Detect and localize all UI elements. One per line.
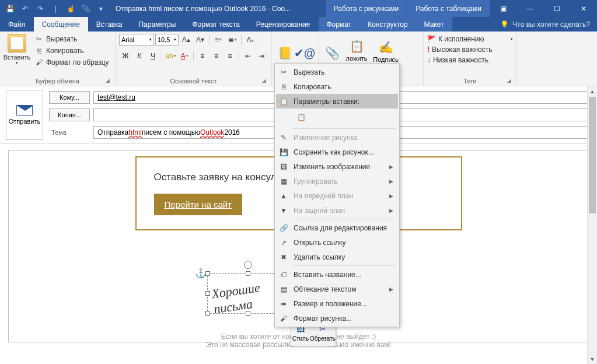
copy-icon: ⎘ — [34, 46, 44, 55]
menu-format-picture[interactable]: 🖌Формат рисунка... — [276, 311, 398, 326]
clipboard-dialog-launcher[interactable]: ◢ — [106, 78, 113, 85]
menu-wrap-text-label: Обтекание текстом — [294, 285, 356, 293]
align-center-icon[interactable]: ≡ — [210, 50, 223, 62]
subject-label: Тема — [49, 129, 90, 136]
paste-option-keep[interactable]: 📋 — [294, 110, 309, 125]
tags-dialog-launcher[interactable]: ◢ — [507, 78, 514, 85]
subject-text: Отправка — [97, 128, 128, 136]
format-painter-label: Формат по образцу — [46, 58, 109, 66]
menu-copy-label: Копировать — [294, 83, 331, 91]
format-painter-button[interactable]: 🖌Формат по образцу — [33, 57, 111, 68]
cc-button[interactable]: Копия... — [49, 108, 90, 121]
high-importance-label: Высокая важность — [432, 46, 492, 54]
tab-constructor[interactable]: Конструктор — [359, 17, 416, 32]
minimize-icon[interactable]: — — [516, 0, 543, 17]
cut-button[interactable]: ✂Вырезать — [33, 34, 111, 44]
indent-left-icon[interactable]: ⇤ — [242, 50, 254, 62]
tell-me-search[interactable]: 💡 Что вы хотите сделать? — [493, 17, 597, 32]
subject-text3: 2016 — [224, 128, 240, 136]
clipboard-group-label: Буфер обмена — [0, 78, 115, 85]
tell-me-label: Что вы хотите сделать? — [512, 20, 590, 29]
subject-misspell2: Outlook — [200, 128, 224, 136]
send-button[interactable]: Отправить — [6, 90, 43, 140]
menu-wrap-text[interactable]: ▤Обтекание текстом▶ — [276, 282, 398, 296]
resize-handle[interactable] — [205, 271, 210, 276]
cta-button[interactable]: Перейти на сайт — [154, 194, 243, 215]
qat-more-icon[interactable]: ▾ — [95, 2, 107, 15]
anchor-icon[interactable]: ⚓ — [195, 268, 207, 279]
paste-icon — [8, 34, 26, 52]
grow-font-icon[interactable]: A▴ — [180, 33, 193, 46]
italic-icon[interactable]: К — [133, 50, 146, 62]
touch-mode-icon[interactable]: ☝ — [64, 2, 77, 15]
menu-change-drawing: ✎Изменение рисунка — [276, 130, 398, 145]
copy-icon: ⎘ — [278, 82, 289, 92]
attach-icon[interactable]: 📎 — [79, 2, 92, 15]
tab-file[interactable]: Файл — [0, 17, 34, 32]
scissors-icon: ✂ — [34, 34, 44, 44]
menu-save-as-picture[interactable]: 💾Сохранить как рисунок... — [276, 145, 398, 159]
redo-icon[interactable]: ↷ — [34, 2, 47, 15]
menu-copy[interactable]: ⎘Копировать — [276, 79, 398, 94]
qat-sep: | — [49, 2, 62, 15]
ribbon-display-icon[interactable]: ▣ — [490, 0, 516, 17]
high-importance-button[interactable]: !Высокая важность — [427, 46, 513, 54]
contextual-tab-tables[interactable]: Работа с таблицами — [407, 0, 490, 17]
maximize-icon[interactable]: ☐ — [543, 0, 570, 17]
paste-button[interactable]: Вставить ▾ — [4, 33, 30, 74]
indent-right-icon[interactable]: ⇥ — [255, 50, 268, 62]
menu-cut[interactable]: ✂Вырезать — [276, 65, 398, 79]
vertical-scrollbar[interactable]: ▲ ▼ — [587, 86, 597, 364]
scroll-up-icon[interactable]: ▲ — [588, 86, 597, 96]
menu-bring-front: ▲На передний план▶ — [276, 188, 398, 203]
save-icon[interactable]: 💾 — [4, 2, 16, 15]
to-button[interactable]: Кому... — [49, 91, 90, 104]
clear-format-icon[interactable]: Aₓ — [244, 33, 257, 46]
tags-group-label: Теги — [424, 78, 516, 85]
font-color-icon[interactable]: A — [178, 50, 191, 62]
tab-format-text[interactable]: Формат текста — [184, 17, 247, 32]
menu-insert-caption[interactable]: 🏷Вставить название... — [276, 267, 398, 282]
align-left-icon[interactable]: ≡ — [196, 50, 209, 62]
menu-open-link[interactable]: ↗Открыть ссылку — [276, 235, 398, 250]
menu-cut-label: Вырезать — [294, 68, 324, 76]
basic-text-dialog-launcher[interactable]: ◢ — [262, 78, 269, 85]
menu-remove-link[interactable]: ✖Удалить ссылку — [276, 250, 398, 264]
highlight-icon[interactable]: ab — [165, 50, 177, 62]
contextual-tab-pictures[interactable]: Работа с рисунками — [325, 0, 407, 17]
menu-edit-link[interactable]: 🔗Ссылка для редактирования — [276, 220, 398, 235]
font-name-combo[interactable]: Arial▾ — [119, 34, 154, 46]
copy-button[interactable]: ⎘Копировать — [33, 46, 111, 56]
mini-crop-label: Обрезать — [310, 335, 336, 342]
align-right-icon[interactable]: ≡ — [224, 50, 236, 62]
chevron-right-icon: ▶ — [389, 164, 393, 170]
underline-icon[interactable]: Ч — [146, 50, 159, 62]
tab-options[interactable]: Параметры — [130, 17, 184, 32]
bold-icon[interactable]: Ж — [119, 50, 132, 62]
paste-label: Вставить — [4, 54, 31, 61]
bullets-icon[interactable]: ≡ — [212, 33, 225, 46]
scroll-down-icon[interactable]: ▼ — [588, 354, 597, 364]
scroll-thumb[interactable] — [589, 97, 596, 214]
paperclip-icon: 📎 — [323, 44, 341, 62]
ribbon-tabs: Файл Сообщение Вставка Параметры Формат … — [0, 17, 597, 32]
font-size-combo[interactable]: 10,5▾ — [155, 34, 179, 46]
tab-layout[interactable]: Макет — [416, 17, 452, 32]
tab-message[interactable]: Сообщение — [34, 17, 88, 32]
close-icon[interactable]: ✕ — [570, 0, 597, 17]
undo-icon[interactable]: ↶ — [19, 2, 32, 15]
envelope-icon — [16, 105, 33, 116]
menu-size-position[interactable]: ⬌Размер и положение... — [276, 296, 398, 311]
followup-button[interactable]: 🚩К исполнению▾ — [427, 35, 513, 43]
shrink-font-icon[interactable]: A▾ — [194, 33, 207, 46]
numbering-icon[interactable]: ≣ — [226, 33, 239, 46]
font-size-value: 10,5 — [158, 36, 170, 43]
low-importance-button[interactable]: ↓Низкая важность — [427, 56, 513, 64]
rotate-handle[interactable] — [244, 261, 252, 269]
address-book-icon: 📒 — [277, 44, 294, 62]
tab-insert[interactable]: Вставка — [88, 17, 131, 32]
menu-change-image[interactable]: 🖼Изменить изображение▶ — [276, 159, 398, 174]
menu-save-as-picture-label: Сохранить как рисунок... — [294, 148, 374, 156]
tab-format[interactable]: Формат — [319, 17, 360, 32]
tab-review[interactable]: Рецензирование — [248, 17, 319, 32]
